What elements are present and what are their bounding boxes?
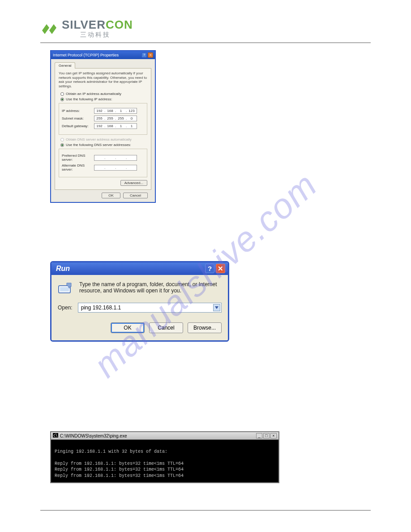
alternate-dns-input[interactable]: . . . (94, 165, 137, 171)
advanced-button[interactable]: Advanced... (120, 180, 147, 186)
run-program-icon (58, 281, 73, 295)
tcpip-description: You can get IP settings assigned automat… (59, 71, 147, 88)
run-titlebar: Run ? ✕ (51, 262, 228, 275)
help-icon[interactable]: ? (141, 52, 147, 58)
brand-logo-icon (40, 21, 58, 36)
ok-button[interactable]: OK (102, 193, 120, 198)
command-prompt-window: c\ C:\WINDOWS\system32\ping.exe _ □ × Pi… (50, 431, 279, 483)
radio-label: Use the following DNS server addresses: (66, 143, 131, 147)
brand-subtitle: 三动科技 (80, 31, 111, 39)
page-header: SILVERCON 三动科技 (40, 18, 371, 43)
radio-use-ip[interactable]: Use the following IP address: (60, 97, 147, 101)
page-footer-rule (40, 510, 371, 511)
open-input-value: ping 192.168.1.1 (81, 305, 121, 311)
open-combobox[interactable]: ping 192.168.1.1 (78, 303, 222, 313)
help-icon[interactable]: ? (205, 264, 214, 273)
console-output: Pinging 192.168.1.1 with 32 bytes of dat… (51, 440, 278, 482)
subnet-mask-input[interactable]: 255. 255. 255. 0 (94, 116, 137, 121)
svg-rect-1 (60, 287, 69, 292)
cmd-icon: c\ (53, 433, 58, 438)
run-description: Type the name of a program, folder, docu… (79, 281, 222, 294)
console-title-text: C:\WINDOWS\system32\ping.exe (60, 433, 127, 438)
close-icon[interactable]: ✕ (216, 264, 225, 273)
ok-button[interactable]: OK (111, 322, 145, 333)
console-titlebar: c\ C:\WINDOWS\system32\ping.exe _ □ × (51, 432, 278, 440)
dns-fieldset: Preferred DNS server: . . . Alternate DN… (59, 149, 147, 177)
ip-fieldset: IP address: 192. 168. 1. 123 Subnet mask… (59, 103, 147, 135)
label-preferred-dns: Preferred DNS server: (62, 154, 94, 162)
default-gateway-input[interactable]: 192. 168. 1. 1 (94, 123, 137, 129)
run-title-text: Run (56, 265, 70, 273)
label-open: Open: (58, 305, 73, 311)
tcpip-title-text: Internet Protocol (TCP/IP) Properties (53, 53, 119, 57)
radio-label: Obtain an IP address automatically (66, 92, 121, 96)
radio-icon (60, 143, 64, 147)
radio-icon (60, 138, 64, 142)
brand-logo-text: SILVERCON 三动科技 (58, 18, 133, 39)
radio-label: Obtain DNS server address automatically (66, 137, 132, 142)
minimize-icon[interactable]: _ (256, 433, 262, 438)
label-ip-address: IP address: (62, 109, 94, 113)
radio-obtain-ip[interactable]: Obtain an IP address automatically (60, 92, 147, 96)
tab-general[interactable]: General (55, 62, 75, 69)
ip-address-input[interactable]: 192. 168. 1. 123 (94, 108, 137, 114)
tcpip-properties-dialog: Internet Protocol (TCP/IP) Properties ? … (50, 50, 156, 203)
radio-icon (60, 92, 64, 96)
svg-text:c\: c\ (53, 433, 58, 438)
maximize-icon[interactable]: □ (263, 433, 270, 438)
radio-use-dns[interactable]: Use the following DNS server addresses: (60, 143, 147, 147)
radio-obtain-dns: Obtain DNS server address automatically (60, 137, 147, 142)
radio-label: Use the following IP address: (66, 97, 112, 101)
tcpip-titlebar: Internet Protocol (TCP/IP) Properties ? … (51, 51, 155, 59)
label-default-gateway: Default gateway: (62, 124, 94, 128)
close-icon[interactable]: × (270, 433, 277, 438)
radio-icon (60, 98, 64, 101)
run-dialog: Run ? ✕ Type the name of a program, fold… (50, 261, 229, 342)
cancel-button[interactable]: Cancel (123, 193, 148, 198)
browse-button[interactable]: Browse... (188, 322, 222, 333)
brand-name-part2: CON (106, 18, 133, 31)
cancel-button[interactable]: Cancel (149, 322, 183, 333)
close-icon[interactable]: × (148, 52, 153, 58)
label-alternate-dns: Alternate DNS server: (62, 163, 94, 172)
preferred-dns-input[interactable]: . . . (94, 155, 137, 161)
brand-name-part1: SILVER (62, 18, 106, 31)
label-subnet-mask: Subnet mask: (62, 116, 94, 120)
chevron-down-icon[interactable] (213, 304, 220, 311)
